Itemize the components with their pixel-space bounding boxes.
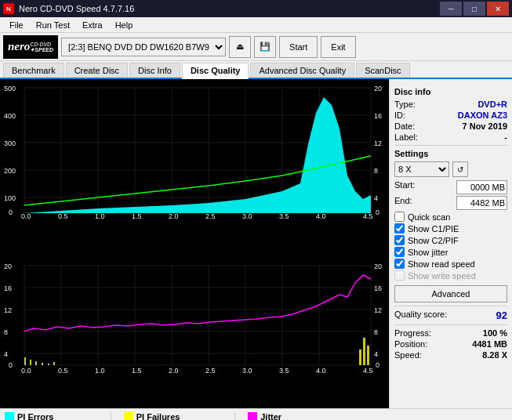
speed-stat-value: 8.28 X	[482, 350, 507, 360]
disc-id-value: DAXON AZ3	[458, 110, 507, 120]
svg-text:0.0: 0.0	[21, 367, 31, 375]
tab-create-disc[interactable]: Create Disc	[66, 63, 128, 78]
disc-type-row: Type: DVD+R	[394, 100, 507, 109]
svg-text:20: 20	[374, 262, 382, 270]
disc-label-label: Label:	[394, 132, 418, 142]
svg-text:2.0: 2.0	[169, 367, 179, 375]
divider-3	[394, 324, 507, 325]
svg-text:20: 20	[4, 262, 12, 270]
svg-text:4.0: 4.0	[316, 212, 326, 219]
svg-text:4.5: 4.5	[363, 212, 373, 219]
svg-text:0: 0	[376, 361, 379, 369]
show-jitter-row: Show jitter	[394, 247, 507, 257]
disc-id-row: ID: DAXON AZ3	[394, 110, 507, 120]
charts-area: 500 400 300 200 100 0 20 16 12 8 4 0	[0, 79, 389, 408]
minimize-button[interactable]: ─	[440, 2, 462, 16]
end-label: End:	[394, 196, 412, 210]
close-button[interactable]: ✕	[487, 2, 509, 16]
svg-text:3.0: 3.0	[242, 212, 252, 219]
svg-rect-72	[42, 363, 43, 365]
end-input[interactable]	[456, 196, 507, 210]
jitter-color	[248, 412, 257, 420]
drive-selector[interactable]: [2:3] BENQ DVD DD DW1620 B7W9	[61, 38, 226, 56]
disc-date-label: Date:	[394, 121, 415, 131]
legend-area: PI Errors Average: 59.40 Maximum: 484 To…	[0, 408, 512, 420]
progress-value: 100 %	[483, 328, 507, 338]
title-buttons: ─ □ ✕	[440, 2, 509, 16]
disc-label-row: Label: -	[394, 132, 507, 142]
disc-date-value: 7 Nov 2019	[463, 121, 507, 131]
show-c2pif-checkbox[interactable]	[394, 235, 405, 245]
svg-text:300: 300	[4, 139, 16, 147]
disc-id-label: ID:	[394, 110, 405, 120]
title-text: Nero CD-DVD Speed 4.7.7.16	[19, 4, 134, 13]
bottom-chart: 20 16 12 8 4 0 20 16 12 8 4 0	[2, 259, 387, 375]
tab-disc-info[interactable]: Disc Info	[129, 63, 180, 78]
svg-text:16: 16	[4, 284, 12, 292]
show-jitter-checkbox[interactable]	[394, 247, 405, 257]
show-c1pie-checkbox[interactable]	[394, 223, 405, 234]
svg-rect-75	[363, 338, 365, 365]
svg-text:20: 20	[374, 85, 382, 92]
show-read-speed-checkbox[interactable]	[394, 259, 405, 269]
svg-rect-71	[35, 361, 37, 365]
position-row: Position: 4481 MB	[394, 339, 507, 349]
menu-help[interactable]: Help	[109, 19, 140, 31]
tab-advanced-disc-quality[interactable]: Advanced Disc Quality	[250, 63, 354, 78]
show-write-speed-label: Show write speed	[408, 271, 476, 281]
tab-disc-quality[interactable]: Disc Quality	[182, 63, 249, 79]
progress-label: Progress:	[394, 328, 431, 338]
quick-scan-row: Quick scan	[394, 212, 507, 222]
top-chart: 500 400 300 200 100 0 20 16 12 8 4 0	[2, 81, 387, 219]
svg-rect-70	[30, 360, 31, 365]
svg-text:1.0: 1.0	[95, 367, 105, 375]
disc-type-value: DVD+R	[478, 100, 507, 109]
main-content: 500 400 300 200 100 0 20 16 12 8 4 0	[0, 79, 512, 408]
menu-file[interactable]: File	[3, 19, 30, 31]
speed-row-stat: Speed: 8.28 X	[394, 350, 507, 360]
svg-text:4: 4	[374, 350, 378, 358]
svg-text:1.5: 1.5	[132, 367, 142, 375]
tab-benchmark[interactable]: Benchmark	[3, 63, 64, 78]
svg-text:8: 8	[374, 328, 378, 336]
svg-text:12: 12	[374, 306, 382, 314]
svg-text:0: 0	[9, 361, 13, 369]
eject-button[interactable]: ⏏	[229, 36, 251, 58]
maximize-button[interactable]: □	[463, 2, 485, 16]
show-write-speed-checkbox	[394, 270, 405, 281]
disc-info-title: Disc info	[394, 87, 507, 96]
quality-score-label: Quality score:	[394, 310, 447, 321]
advanced-button[interactable]: Advanced	[394, 285, 507, 302]
svg-text:400: 400	[4, 112, 16, 120]
svg-rect-77	[359, 349, 361, 365]
svg-text:16: 16	[374, 284, 382, 292]
svg-text:1.0: 1.0	[95, 212, 105, 219]
svg-text:100: 100	[4, 194, 16, 202]
svg-text:1.5: 1.5	[132, 212, 142, 219]
exit-button[interactable]: Exit	[321, 36, 355, 58]
refresh-button[interactable]: ↺	[452, 161, 468, 177]
menu-extra[interactable]: Extra	[76, 19, 109, 31]
svg-text:500: 500	[4, 85, 16, 92]
svg-text:12: 12	[4, 306, 12, 314]
disc-date-row: Date: 7 Nov 2019	[394, 121, 507, 131]
save-button[interactable]: 💾	[254, 36, 276, 58]
show-c1pie-row: Show C1/PIE	[394, 223, 507, 234]
tab-scandisc[interactable]: ScanDisc	[356, 63, 409, 78]
svg-text:200: 200	[4, 167, 16, 175]
show-read-speed-label: Show read speed	[408, 259, 475, 269]
speed-row: 8 X Max 1 X 2 X 4 X 12 X 16 X ↺	[394, 161, 507, 177]
svg-text:0: 0	[376, 208, 379, 216]
right-panel: Disc info Type: DVD+R ID: DAXON AZ3 Date…	[389, 79, 512, 408]
legend-sep-2	[234, 412, 235, 420]
svg-text:3.5: 3.5	[279, 212, 289, 219]
menu-runtest[interactable]: Run Test	[30, 19, 76, 31]
start-button[interactable]: Start	[279, 36, 318, 58]
svg-text:0.5: 0.5	[58, 212, 68, 219]
progress-row: Progress: 100 %	[394, 328, 507, 338]
quick-scan-checkbox[interactable]	[394, 212, 405, 222]
svg-rect-73	[48, 364, 49, 365]
show-c1pie-label: Show C1/PIE	[408, 224, 459, 234]
speed-selector[interactable]: 8 X Max 1 X 2 X 4 X 12 X 16 X	[394, 161, 449, 177]
start-input[interactable]	[456, 180, 507, 194]
